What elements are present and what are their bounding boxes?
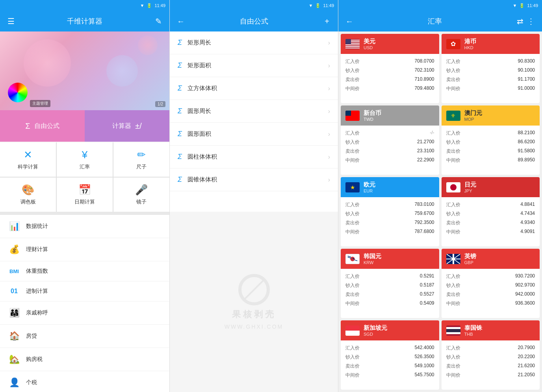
card-eur: ★ 欧元 EUR 汇入价 783.0100 钞入价 759.6700 卖出价 7… bbox=[341, 177, 439, 246]
tool-mirror[interactable]: 🎤 镜子 bbox=[113, 178, 169, 212]
back-icon-3[interactable]: ← bbox=[344, 17, 355, 26]
formula-cube-vol[interactable]: Σ 立方体体积 › bbox=[170, 77, 338, 100]
card-header-eur[interactable]: ★ 欧元 EUR bbox=[341, 177, 439, 197]
divider-1 bbox=[0, 212, 169, 215]
data-stats-label: 数据统计 bbox=[26, 223, 48, 230]
thb-mid-value: 21.2050 bbox=[518, 372, 535, 379]
formula-circle-perimeter[interactable]: Σ 圆形周长 › bbox=[170, 100, 338, 123]
flag-us bbox=[345, 39, 360, 49]
finance-icon: 💰 bbox=[8, 244, 20, 255]
menu-icon[interactable]: ☰ bbox=[6, 17, 17, 26]
usd-cash-label: 钞入价 bbox=[345, 67, 360, 74]
card-header-jpy[interactable]: 日元 JPY bbox=[442, 177, 540, 197]
twd-code: TWD bbox=[364, 117, 381, 122]
jpy-buy-row: 汇入价 4.8841 bbox=[446, 200, 535, 209]
mop-sell-row: 卖出价 91.5800 bbox=[446, 147, 535, 156]
quick-buttons: Σ 自由公式 计算器 ±/ bbox=[0, 110, 169, 142]
formula-circle-area[interactable]: Σ 圆形面积 › bbox=[170, 123, 338, 146]
science-icon: ✕ bbox=[24, 149, 32, 161]
card-header-twd[interactable]: 新台币 TWD bbox=[341, 105, 439, 126]
calc-icon: ±/ bbox=[135, 122, 142, 131]
twd-cash-value: 21.2700 bbox=[417, 139, 434, 146]
twd-rates: 汇入价 -/- 钞入价 21.2700 卖出价 23.3100 中间价 22.2… bbox=[341, 126, 439, 168]
usd-buy-value: 708.0700 bbox=[414, 58, 434, 65]
formula-rect-perimeter[interactable]: Σ 矩形周长 › bbox=[170, 31, 338, 54]
jpy-mid-row: 中间价 4.9091 bbox=[446, 227, 535, 237]
sigma-icon-4: Σ bbox=[178, 107, 182, 115]
mop-rates: 汇入价 88.2100 钞入价 86.6200 卖出价 91.5800 中间价 … bbox=[442, 126, 540, 168]
card-header-thb[interactable]: 泰国铢 THB bbox=[442, 320, 540, 340]
thb-name: 泰国铢 bbox=[464, 324, 482, 332]
mop-cash-row: 钞入价 86.6200 bbox=[446, 138, 535, 147]
calc-quick-btn[interactable]: 计算器 ±/ bbox=[85, 110, 169, 142]
menu-propertytax[interactable]: 🏡 购房税 bbox=[0, 348, 169, 371]
bmi-icon: BMI bbox=[8, 268, 20, 274]
menu-base[interactable]: 01 进制计算 bbox=[0, 281, 169, 301]
top-bar-1: ☰ 千维计算器 ✎ bbox=[0, 11, 169, 31]
tool-ruler[interactable]: ✏ 尺子 bbox=[113, 142, 169, 177]
usd-mid-value: 709.4800 bbox=[414, 85, 434, 92]
edit-icon[interactable]: ✎ bbox=[153, 17, 164, 26]
sgd-rates: 汇入价 542.4000 钞入价 526.3500 卖出价 549.1000 中… bbox=[341, 340, 439, 383]
wifi-icon: 🔋 bbox=[147, 3, 152, 8]
card-gbp: 英镑 GBP 汇入价 930.7200 钞入价 902.9700 卖出价 942… bbox=[442, 249, 540, 318]
hkd-sell-row: 卖出价 91.1700 bbox=[446, 75, 535, 84]
tool-grid: ✕ 科学计算 ¥ 汇率 ✏ 尺子 🎨 调色板 📅 日期计算 🎤 镜子 bbox=[0, 142, 169, 212]
more-icon[interactable]: ⋮ bbox=[525, 17, 536, 26]
eur-name: 欧元 bbox=[364, 181, 375, 189]
mop-name-block: 澳门元 MOP bbox=[464, 109, 482, 122]
formula-quick-btn[interactable]: Σ 自由公式 bbox=[0, 110, 85, 142]
gbp-sell-value: 942.0000 bbox=[515, 291, 535, 298]
hkd-code: HKD bbox=[464, 45, 476, 50]
sgd-sell-row: 卖出价 549.1000 bbox=[345, 362, 434, 371]
time-1: 11:49 bbox=[154, 3, 165, 8]
usd-code: USD bbox=[364, 45, 375, 50]
card-header-sgd[interactable]: 新加坡元 SGD bbox=[341, 320, 439, 340]
thb-sell-row: 卖出价 21.6200 bbox=[446, 362, 535, 371]
card-header-mop[interactable]: ⚜ 澳门元 MOP bbox=[442, 105, 540, 126]
formula-list: Σ 矩形周长 › Σ 矩形面积 › Σ 立方体体积 › Σ 圆形周长 › Σ 圆… bbox=[170, 31, 338, 212]
menu-finance[interactable]: 💰 理财计算 bbox=[0, 238, 169, 261]
mop-mid-value: 89.8950 bbox=[518, 157, 535, 164]
data-stats-icon: 📊 bbox=[8, 221, 20, 231]
menu-mortgage[interactable]: 🏠 房贷 bbox=[0, 325, 169, 348]
sgd-code: SGD bbox=[364, 332, 387, 337]
tool-palette[interactable]: 🎨 调色板 bbox=[0, 178, 56, 212]
formula-cylinder-vol[interactable]: Σ 圆柱体体积 › bbox=[170, 146, 338, 168]
mop-buy-value: 88.2100 bbox=[518, 130, 535, 137]
formula-name-1: 矩形周长 bbox=[187, 39, 328, 46]
status-bar-1: ▼ 🔋 11:49 bbox=[0, 0, 169, 11]
menu-kinship[interactable]: 👨‍👩‍👧 亲戚称呼 bbox=[0, 301, 169, 325]
card-header-gbp[interactable]: 英镑 GBP bbox=[442, 249, 540, 269]
top-bar-3: ← 汇率 ⇄ ⋮ bbox=[338, 11, 542, 31]
banner-badge[interactable]: 主题管理 bbox=[30, 100, 50, 107]
mortgage-label: 房贷 bbox=[26, 333, 37, 340]
formula-cone-vol[interactable]: Σ 圆锥体体积 › bbox=[170, 168, 338, 191]
ruler-label: 尺子 bbox=[136, 163, 147, 170]
tool-exchange[interactable]: ¥ 汇率 bbox=[57, 142, 113, 177]
card-header-hkd[interactable]: ✿ 港币 HKD bbox=[442, 34, 540, 54]
refresh-icon[interactable]: ⇄ bbox=[514, 17, 525, 26]
card-header-usd[interactable]: 美元 USD bbox=[341, 34, 439, 54]
wifi-icon-3: 🔋 bbox=[519, 3, 525, 8]
menu-data-stats[interactable]: 📊 数据统计 bbox=[0, 215, 169, 238]
mop-cash-value: 86.6200 bbox=[518, 139, 535, 146]
eur-rates: 汇入价 783.0100 钞入价 759.6700 卖出价 792.3500 中… bbox=[341, 197, 439, 240]
watermark-text: 果核剥壳 bbox=[232, 309, 276, 320]
arrow-icon-2: › bbox=[328, 62, 330, 69]
formula-rect-area[interactable]: Σ 矩形面积 › bbox=[170, 54, 338, 77]
tool-science[interactable]: ✕ 科学计算 bbox=[0, 142, 56, 177]
signal-icon: ▼ bbox=[140, 3, 145, 8]
base-icon: 01 bbox=[8, 288, 20, 295]
tool-date[interactable]: 📅 日期计算 bbox=[57, 178, 113, 212]
thb-buy-row: 汇入价 20.7900 bbox=[446, 344, 535, 353]
jpy-sell-value: 4.9340 bbox=[520, 220, 535, 226]
menu-bmi[interactable]: BMI 体重指数 bbox=[0, 261, 169, 281]
add-icon[interactable]: + bbox=[321, 17, 332, 26]
thb-sell-value: 21.6200 bbox=[518, 363, 535, 370]
hkd-sell-value: 91.1700 bbox=[518, 76, 535, 83]
card-header-krw[interactable]: 韩国元 KRW bbox=[341, 249, 439, 269]
menu-income-tax[interactable]: 👤 个税 bbox=[0, 371, 169, 392]
back-icon-2[interactable]: ← bbox=[175, 17, 186, 26]
thb-rates: 汇入价 20.7900 钞入价 20.2200 卖出价 21.6200 中间价 … bbox=[442, 340, 540, 383]
